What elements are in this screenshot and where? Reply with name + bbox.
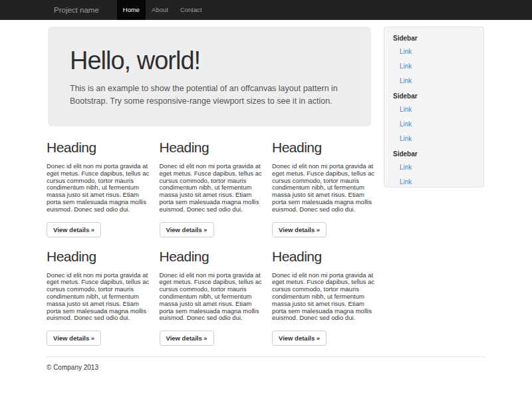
sidebar-section-title: Sidebar [393,92,475,100]
card-heading: Heading [272,140,380,156]
feature-card: Heading Donec id elit non mi porta gravi… [47,140,155,237]
card-body: Donec id elit non mi porta gravida at eg… [272,163,380,213]
card-body: Donec id elit non mi porta gravida at eg… [47,272,155,323]
card-body: Donec id elit non mi porta gravida at eg… [272,272,380,323]
cards-row-2: Heading Donec id elit non mi porta gravi… [47,249,380,346]
view-details-button[interactable]: View details » [47,331,101,346]
sidebar-link[interactable]: Link [393,116,475,131]
view-details-button[interactable]: View details » [272,331,327,346]
feature-card: Heading Donec id elit non mi porta gravi… [272,140,380,237]
sidebar-link[interactable]: Link [393,102,475,116]
feature-card: Heading Donec id elit non mi porta gravi… [160,249,268,346]
view-details-button[interactable]: View details » [160,222,214,237]
sidebar-link[interactable]: Link [393,160,475,174]
sidebar-link[interactable]: Link [393,131,475,146]
sidebar-panel: Sidebar Link Link Link Sidebar Link Link… [384,27,484,188]
sidebar-link[interactable]: Link [393,59,475,73]
feature-card: Heading Donec id elit non mi porta gravi… [272,249,380,346]
nav-item-home[interactable]: Home [117,0,146,20]
view-details-button[interactable]: View details » [272,222,327,237]
card-body: Donec id elit non mi porta gravida at eg… [160,272,268,323]
card-heading: Heading [160,249,268,265]
view-details-button[interactable]: View details » [160,331,214,346]
navbar-container: Project name Home About Contact [47,0,485,20]
page-title: Hello, world! [70,47,349,75]
page-container: Hello, world! This is an example to show… [47,20,485,371]
nav-item-about[interactable]: About [146,0,174,20]
card-body: Donec id elit non mi porta gravida at eg… [47,163,155,213]
feature-card: Heading Donec id elit non mi porta gravi… [160,140,268,237]
main-content: Hello, world! This is an example to show… [47,27,380,346]
card-heading: Heading [47,140,155,156]
view-details-button[interactable]: View details » [47,222,101,237]
sidebar-link[interactable]: Link [393,44,475,59]
card-heading: Heading [47,249,155,265]
sidebar-section-title: Sidebar [393,35,475,43]
brand-link[interactable]: Project name [47,0,107,20]
sidebar-link[interactable]: Link [393,174,475,188]
copyright-text: © Company 2013 [47,364,485,371]
sidebar: Sidebar Link Link Link Sidebar Link Link… [384,27,484,188]
jumbotron-lead: This is an example to show the potential… [70,82,349,108]
card-heading: Heading [272,249,380,265]
feature-card: Heading Donec id elit non mi porta gravi… [47,249,155,346]
jumbotron: Hello, world! This is an example to show… [48,27,371,126]
sidebar-link[interactable]: Link [393,73,475,88]
footer: © Company 2013 [47,356,485,371]
navbar: Project name Home About Contact [0,0,532,20]
card-body: Donec id elit non mi porta gravida at eg… [160,163,268,213]
nav-item-contact[interactable]: Contact [174,0,208,20]
sidebar-section-title: Sidebar [393,150,475,158]
cards-row-1: Heading Donec id elit non mi porta gravi… [47,140,380,237]
card-heading: Heading [160,140,268,156]
nav-menu: Home About Contact [117,0,208,20]
